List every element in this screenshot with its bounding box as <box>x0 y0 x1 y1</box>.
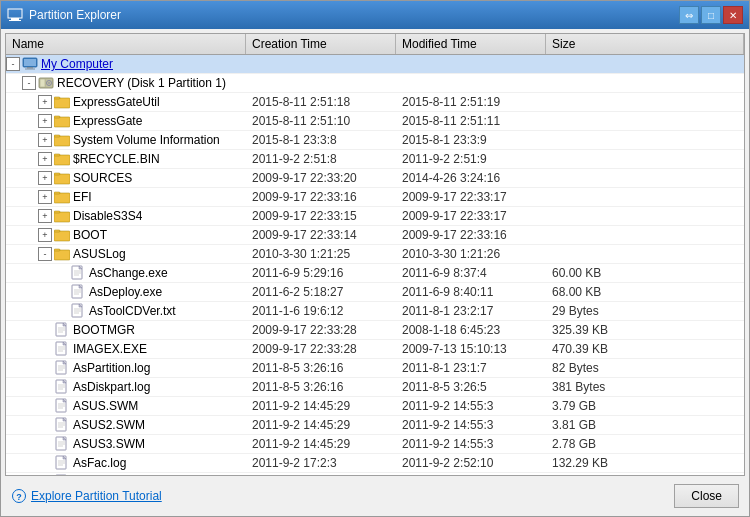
tree-row-asus-swm[interactable]: ASUS.SWM2011-9-2 14:45:292011-9-2 14:55:… <box>6 397 744 416</box>
item-label-my-computer: My Computer <box>41 57 113 71</box>
tree-row-asdeploy[interactable]: AsDeploy.exe2011-6-2 5:18:272011-6-9 8:4… <box>6 283 744 302</box>
svg-rect-22 <box>54 192 60 194</box>
size-expressgate <box>546 120 744 122</box>
file-icon-asus-swm <box>54 398 70 414</box>
tree-row-imagex[interactable]: IMAGEX.EXE2009-9-17 22:33:282009-7-13 15… <box>6 340 744 359</box>
creation-asfac: 2011-9-2 17:2:3 <box>246 455 396 471</box>
svg-rect-6 <box>25 69 35 70</box>
creation-aspartition: 2011-8-5 3:26:16 <box>246 360 396 376</box>
creation-asconfig: 2011-9-2 17:13:14 <box>246 474 396 476</box>
expand-button-efi[interactable]: + <box>38 190 52 204</box>
tree-row-asus3-swm[interactable]: ASUS3.SWM2011-9-2 14:45:292011-9-2 14:55… <box>6 435 744 454</box>
tree-row-bootmgr[interactable]: BOOTMGR2009-9-17 22:33:282008-1-18 6:45:… <box>6 321 744 340</box>
item-label-asfac: AsFac.log <box>73 456 126 470</box>
item-label-recyclebin: $RECYCLE.BIN <box>73 152 160 166</box>
main-window: Partition Explorer ⇔ □ ✕ Name Creation T… <box>0 0 750 517</box>
creation-astoolcdver: 2011-1-6 19:6:12 <box>246 303 396 319</box>
expand-button-disables3s4[interactable]: + <box>38 209 52 223</box>
expand-button-my-computer[interactable]: - <box>6 57 20 71</box>
size-asconfig: 57 Bytes <box>546 474 744 476</box>
item-label-aspartition: AsPartition.log <box>73 361 150 375</box>
item-label-asuslog: ASUSLog <box>73 247 126 261</box>
tree-row-asfac[interactable]: AsFac.log2011-9-2 17:2:32011-9-2 2:52:10… <box>6 454 744 473</box>
tree-row-recyclebin[interactable]: + $RECYCLE.BIN2011-9-2 2:51:82011-9-2 2:… <box>6 150 744 169</box>
creation-boot: 2009-9-17 22:33:14 <box>246 227 396 243</box>
expand-button-expressgate[interactable]: + <box>38 114 52 128</box>
expand-button-expressgateutil[interactable]: + <box>38 95 52 109</box>
tree-row-expressgate[interactable]: + ExpressGate2015-8-11 2:51:102015-8-11 … <box>6 112 744 131</box>
folder-icon-expressgateutil <box>54 94 70 110</box>
close-main-button[interactable]: Close <box>674 484 739 508</box>
expand-button-sources[interactable]: + <box>38 171 52 185</box>
expand-button-recovery[interactable]: - <box>22 76 36 90</box>
column-headers: Name Creation Time Modified Time Size <box>6 34 744 55</box>
modified-boot: 2009-9-17 22:33:16 <box>396 227 546 243</box>
svg-rect-20 <box>54 173 60 175</box>
modified-expressgate: 2015-8-11 2:51:11 <box>396 113 546 129</box>
item-label-asus2-swm: ASUS2.SWM <box>73 418 145 432</box>
size-expressgateutil <box>546 101 744 103</box>
maximize-button[interactable]: □ <box>701 6 721 24</box>
tree-row-asuslog[interactable]: - ASUSLog2010-3-30 1:21:252010-3-30 1:21… <box>6 245 744 264</box>
svg-rect-11 <box>54 98 70 108</box>
modified-asus3-swm: 2011-9-2 14:55:3 <box>396 436 546 452</box>
file-icon-asconfig <box>54 474 70 476</box>
item-label-recovery: RECOVERY (Disk 1 Partition 1) <box>57 76 226 90</box>
item-label-sources: SOURCES <box>73 171 132 185</box>
creation-expressgate: 2015-8-11 2:51:10 <box>246 113 396 129</box>
tree-row-disables3s4[interactable]: + DisableS3S42009-9-17 22:33:152009-9-17… <box>6 207 744 226</box>
item-label-bootmgr: BOOTMGR <box>73 323 135 337</box>
size-sources <box>546 177 744 179</box>
svg-rect-26 <box>54 230 60 232</box>
tree-row-asdiskpart[interactable]: AsDiskpart.log2011-8-5 3:26:162011-8-5 3… <box>6 378 744 397</box>
tree-row-sources[interactable]: + SOURCES2009-9-17 22:33:202014-4-26 3:2… <box>6 169 744 188</box>
tutorial-link[interactable]: ? Explore Partition Tutorial <box>11 488 162 504</box>
tree-row-aspartition[interactable]: AsPartition.log2011-8-5 3:26:162011-8-1 … <box>6 359 744 378</box>
tree-row-recovery[interactable]: - RECOVERY (Disk 1 Partition 1) <box>6 74 744 93</box>
file-icon-asus3-swm <box>54 436 70 452</box>
file-icon-asdiskpart <box>54 379 70 395</box>
svg-rect-8 <box>40 79 45 87</box>
item-label-asdeploy: AsDeploy.exe <box>89 285 162 299</box>
tree-row-efi[interactable]: + EFI2009-9-17 22:33:162009-9-17 22:33:1… <box>6 188 744 207</box>
tree-row-my-computer[interactable]: - My Computer <box>6 55 744 74</box>
size-asus3-swm: 2.78 GB <box>546 436 744 452</box>
tree-row-asus2-swm[interactable]: ASUS2.SWM2011-9-2 14:45:292011-9-2 14:55… <box>6 416 744 435</box>
modified-recyclebin: 2011-9-2 2:51:9 <box>396 151 546 167</box>
item-label-imagex: IMAGEX.EXE <box>73 342 147 356</box>
tree-row-expressgateutil[interactable]: + ExpressGateUtil2015-8-11 2:51:182015-8… <box>6 93 744 112</box>
item-label-disables3s4: DisableS3S4 <box>73 209 142 223</box>
folder-icon-boot <box>54 227 70 243</box>
modified-astoolcdver: 2011-8-1 23:2:17 <box>396 303 546 319</box>
file-icon-asfac <box>54 455 70 471</box>
svg-rect-5 <box>27 67 33 69</box>
modified-imagex: 2009-7-13 15:10:13 <box>396 341 546 357</box>
size-aspartition: 82 Bytes <box>546 360 744 376</box>
modified-aspartition: 2011-8-1 23:1:7 <box>396 360 546 376</box>
tree-row-systemvolumeinfo[interactable]: + System Volume Information2015-8-1 23:3… <box>6 131 744 150</box>
modified-recovery <box>396 82 546 84</box>
tree-row-boot[interactable]: + BOOT2009-9-17 22:33:142009-9-17 22:33:… <box>6 226 744 245</box>
svg-rect-27 <box>54 250 70 260</box>
modified-systemvolumeinfo: 2015-8-1 23:3:9 <box>396 132 546 148</box>
tree-row-astoolcdver[interactable]: AsToolCDVer.txt2011-1-6 19:6:122011-8-1 … <box>6 302 744 321</box>
titlebar-close-button[interactable]: ✕ <box>723 6 743 24</box>
creation-disables3s4: 2009-9-17 22:33:15 <box>246 208 396 224</box>
file-tree-container[interactable]: Name Creation Time Modified Time Size - … <box>5 33 745 476</box>
item-label-systemvolumeinfo: System Volume Information <box>73 133 220 147</box>
file-icon-bootmgr <box>54 322 70 338</box>
expand-button-recyclebin[interactable]: + <box>38 152 52 166</box>
modified-sources: 2014-4-26 3:24:16 <box>396 170 546 186</box>
modified-asus2-swm: 2011-9-2 14:55:3 <box>396 417 546 433</box>
creation-asus3-swm: 2011-9-2 14:45:29 <box>246 436 396 452</box>
svg-rect-24 <box>54 211 60 213</box>
expand-button-asuslog[interactable]: - <box>38 247 52 261</box>
modified-aschange: 2011-6-9 8:37:4 <box>396 265 546 281</box>
file-icon-astoolcdver <box>70 303 86 319</box>
expand-button-systemvolumeinfo[interactable]: + <box>38 133 52 147</box>
expand-button-boot[interactable]: + <box>38 228 52 242</box>
folder-icon-recyclebin <box>54 151 70 167</box>
tree-row-asconfig[interactable]: AsConfig.ini2011-9-2 17:13:142011-9-2 17… <box>6 473 744 476</box>
restore-button[interactable]: ⇔ <box>679 6 699 24</box>
tree-row-aschange[interactable]: AsChange.exe2011-6-9 5:29:162011-6-9 8:3… <box>6 264 744 283</box>
